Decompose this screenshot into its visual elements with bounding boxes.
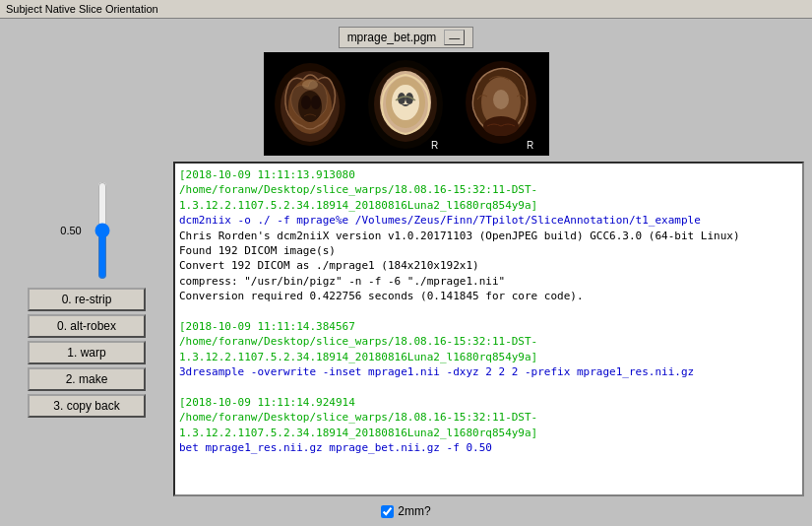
bottom-bar: 2mm? [8,500,804,522]
log-area[interactable]: [2018-10-09 11:11:13.913080 /home/foranw… [173,162,804,496]
brain-slice-3: R [460,55,543,154]
svg-point-6 [311,96,321,109]
image-minimize-button[interactable]: — [444,30,465,45]
slider-row: 0.50 [60,181,112,280]
image-title-bar: mprage_bet.pgm — [339,27,474,48]
brain-slice-2: R [364,55,448,154]
svg-text:R: R [431,140,438,151]
twomm-checkbox[interactable] [381,505,394,518]
svg-text:R: R [527,140,533,151]
image-filename: mprage_bet.pgm [347,31,437,44]
brain-image-container: R R [264,52,549,156]
brain-slice-1 [269,55,352,154]
image-area: mprage_bet.pgm — [264,27,549,156]
warp-button[interactable]: 1. warp [28,341,146,364]
left-panel: 0.50 0. re-strip 0. alt-robex 1. warp 2.… [8,162,165,418]
svg-point-13 [392,85,419,120]
twomm-label: 2mm? [398,504,430,518]
lower-section: 0.50 0. re-strip 0. alt-robex 1. warp 2.… [8,162,804,496]
make-button[interactable]: 2. make [28,367,146,391]
re-strip-button[interactable]: 0. re-strip [28,288,146,311]
alt-robex-button[interactable]: 0. alt-robex [28,314,146,338]
window-title: Subject Native Slice Orientation [6,3,158,15]
svg-point-5 [301,96,311,109]
copy-back-button[interactable]: 3. copy back [28,394,146,418]
main-content: mprage_bet.pgm — [0,19,812,523]
title-bar: Subject Native Slice Orientation [0,0,812,19]
svg-point-7 [302,80,318,90]
svg-point-22 [493,90,509,109]
twomm-checkbox-label[interactable]: 2mm? [381,504,430,518]
slider-value-label: 0.50 [60,225,81,236]
threshold-slider[interactable] [92,181,113,280]
button-group: 0. re-strip 0. alt-robex 1. warp 2. make… [8,288,165,418]
